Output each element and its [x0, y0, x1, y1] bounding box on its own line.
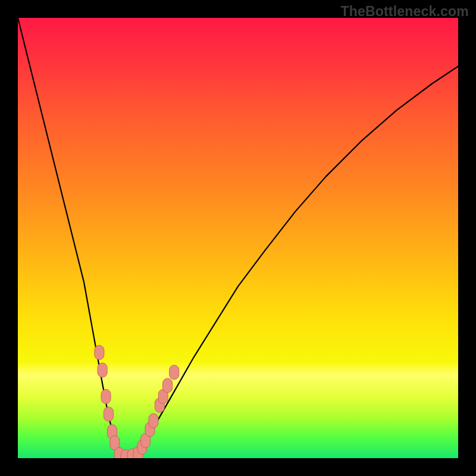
- sample-min-3: [127, 449, 137, 458]
- sample-left-2: [98, 363, 107, 377]
- bottleneck-curve: [18, 18, 458, 458]
- sample-right-3: [145, 422, 155, 437]
- sample-right-6: [158, 389, 168, 403]
- chart-svg: [18, 18, 458, 458]
- sample-left-4: [104, 407, 113, 421]
- sample-right-1: [137, 440, 147, 455]
- chart-frame: TheBottleneck.com: [0, 0, 476, 476]
- sample-left-5: [107, 425, 117, 439]
- sample-right-8: [170, 365, 179, 380]
- sample-left-6: [110, 436, 120, 450]
- sample-right-4: [149, 414, 158, 428]
- sample-right-7: [163, 378, 173, 393]
- sample-min-2: [121, 450, 130, 458]
- watermark-text: TheBottleneck.com: [340, 4, 469, 20]
- data-markers: [95, 345, 179, 458]
- sample-min-4: [133, 447, 143, 458]
- sample-min-1: [114, 447, 124, 458]
- sample-left-1: [95, 345, 104, 359]
- sample-right-5: [155, 398, 164, 412]
- chart-plot-area: [18, 18, 458, 458]
- sample-right-2: [141, 433, 151, 447]
- sample-left-3: [101, 389, 111, 403]
